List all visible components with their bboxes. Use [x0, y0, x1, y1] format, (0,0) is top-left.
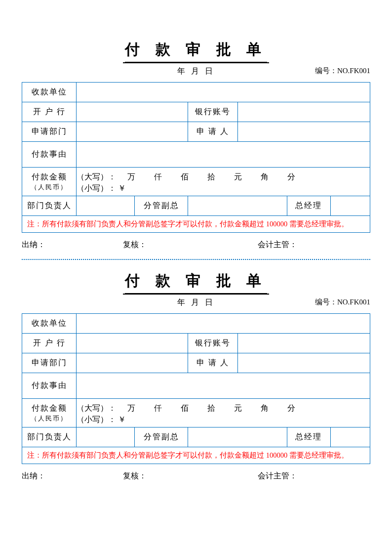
amount-label-sub: （人民币） [31, 183, 68, 192]
reason-field[interactable] [77, 142, 370, 168]
approver2-field[interactable] [188, 427, 287, 447]
bank-acct-field[interactable] [237, 334, 370, 353]
unit-yuan: 元 [225, 172, 251, 182]
payee-label: 收款单位 [22, 314, 77, 334]
unit-fen: 分 [278, 172, 305, 182]
bank-acct-field[interactable] [237, 102, 370, 122]
applicant-field[interactable] [237, 122, 370, 142]
serial-value: NO.FK001 [337, 298, 370, 306]
applicant-field[interactable] [237, 353, 370, 373]
tear-line [22, 259, 370, 260]
approver1-field[interactable] [77, 196, 135, 216]
unit-wan: 万 [118, 403, 145, 414]
approver1-label: 部门负责人 [22, 427, 77, 447]
payment-approval-slip-copy: 付 款 审 批 单 年 月 日 编号：NO.FK001 收款单位 [22, 271, 370, 481]
dept-field[interactable] [77, 122, 188, 142]
approver2-label: 分管副总 [135, 427, 188, 447]
dept-field[interactable] [77, 353, 188, 373]
amount-label: 付款金额 （人民币） [22, 168, 77, 196]
unit-bai: 佰 [171, 172, 198, 182]
unit-shi: 拾 [198, 403, 225, 414]
note-text: 注：所有付款须有部门负责人和分管副总签字才可以付款，付款金额超过 100000 … [22, 447, 370, 464]
reviewer-label: 复核： [123, 471, 258, 481]
bank-field[interactable] [77, 334, 188, 353]
form-title: 付 款 审 批 单 [123, 271, 269, 295]
bank-acct-label: 银行账号 [188, 102, 237, 122]
approver3-field[interactable] [330, 196, 370, 216]
cashier-label: 出纳： [22, 240, 123, 250]
unit-bai: 佰 [171, 403, 198, 414]
payee-field[interactable] [77, 314, 370, 334]
amount-upper-prefix: （大写）： [77, 172, 118, 182]
serial-value: NO.FK001 [337, 67, 370, 75]
amount-upper-prefix: （大写）： [77, 403, 118, 414]
serial-label: 编号： [315, 298, 337, 306]
supervisor-label: 会计主管： [258, 240, 370, 250]
unit-jiao: 角 [251, 172, 278, 182]
form-table: 收款单位 开 户 行 银行账号 申请部门 申 请 人 付款事由 [22, 313, 370, 464]
note-text: 注：所有付款须有部门负责人和分管副总签字才可以付款，付款金额超过 100000 … [22, 216, 370, 233]
applicant-label: 申 请 人 [188, 122, 237, 142]
unit-qian: 仟 [145, 403, 171, 414]
approver1-field[interactable] [77, 427, 135, 447]
form-table: 收款单位 开 户 行 银行账号 申请部门 申 请 人 付款事由 [22, 82, 370, 233]
footer-row: 出纳： 复核： 会计主管： [22, 471, 370, 481]
dept-label: 申请部门 [22, 122, 77, 142]
dept-label: 申请部门 [22, 353, 77, 373]
bank-field[interactable] [77, 102, 188, 122]
unit-qian: 仟 [145, 172, 171, 182]
bank-acct-label: 银行账号 [188, 334, 237, 353]
bank-label: 开 户 行 [22, 334, 77, 353]
amount-label-main: 付款金额 [32, 403, 67, 414]
payment-approval-slip: 付 款 审 批 单 年 月 日 编号：NO.FK001 收款单位 [22, 40, 370, 250]
payee-field[interactable] [77, 83, 370, 102]
amount-field[interactable]: （大写）： 万 仟 佰 拾 元 角 分 （小写）： ￥ [77, 399, 370, 427]
approver3-field[interactable] [330, 427, 370, 447]
unit-jiao: 角 [251, 403, 278, 414]
serial-label: 编号： [315, 67, 337, 75]
supervisor-label: 会计主管： [258, 471, 370, 481]
amount-label-sub: （人民币） [31, 414, 68, 423]
reason-label: 付款事由 [22, 142, 77, 168]
amount-field[interactable]: （大写）： 万 仟 佰 拾 元 角 分 （小写）： ￥ [77, 168, 370, 196]
reviewer-label: 复核： [123, 240, 258, 250]
serial-number: 编号：NO.FK001 [315, 298, 370, 307]
approver3-label: 总经理 [287, 196, 330, 216]
serial-number: 编号：NO.FK001 [315, 66, 370, 76]
cashier-label: 出纳： [22, 471, 123, 481]
bank-label: 开 户 行 [22, 102, 77, 122]
amount-label: 付款金额 （人民币） [22, 399, 77, 427]
unit-yuan: 元 [225, 403, 251, 414]
reason-field[interactable] [77, 373, 370, 399]
amount-label-main: 付款金额 [32, 171, 67, 182]
approver2-field[interactable] [188, 196, 287, 216]
reason-label: 付款事由 [22, 373, 77, 399]
form-title: 付 款 审 批 单 [123, 40, 269, 63]
approver2-label: 分管副总 [135, 196, 188, 216]
footer-row: 出纳： 复核： 会计主管： [22, 240, 370, 250]
payee-label: 收款单位 [22, 83, 77, 102]
applicant-label: 申 请 人 [188, 353, 237, 373]
amount-lower-prefix: （小写）： ￥ [77, 415, 126, 425]
approver3-label: 总经理 [287, 427, 330, 447]
amount-lower-prefix: （小写）： ￥ [77, 183, 126, 194]
unit-shi: 拾 [198, 172, 225, 182]
approver1-label: 部门负责人 [22, 196, 77, 216]
unit-wan: 万 [118, 172, 145, 182]
unit-fen: 分 [278, 403, 305, 414]
